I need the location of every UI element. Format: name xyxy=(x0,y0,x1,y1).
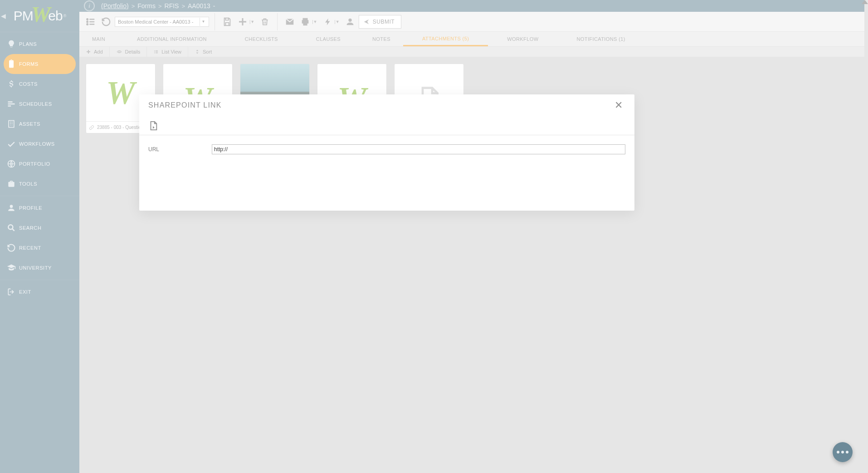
url-input[interactable] xyxy=(212,144,625,154)
dot-icon xyxy=(846,451,848,453)
dot-icon xyxy=(841,451,844,453)
fab-more[interactable] xyxy=(833,442,853,462)
close-icon[interactable]: ✕ xyxy=(612,98,625,113)
modal-title: SHAREPOINT LINK xyxy=(148,101,222,109)
url-label: URL xyxy=(148,146,203,153)
document-export-icon[interactable] xyxy=(148,120,158,131)
modal-toolbar xyxy=(139,116,634,135)
sharepoint-link-modal: SHAREPOINT LINK ✕ URL xyxy=(139,94,634,211)
modal-overlay[interactable] xyxy=(0,0,868,473)
dot-icon xyxy=(837,451,839,453)
